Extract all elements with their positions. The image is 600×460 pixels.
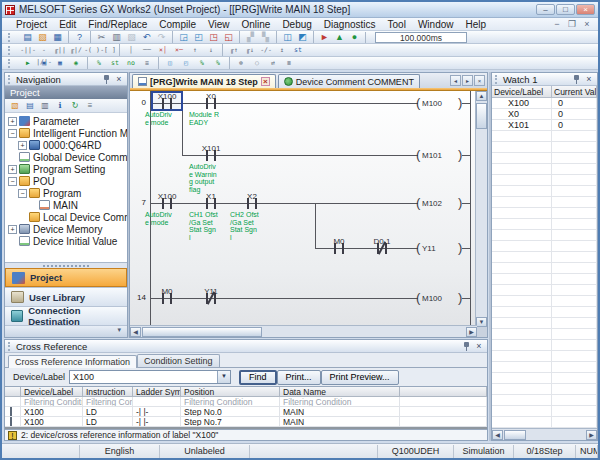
- mdi-close-icon[interactable]: ×: [581, 19, 593, 29]
- undo-icon[interactable]: ↶: [139, 31, 154, 43]
- watch-value-cell[interactable]: [552, 252, 597, 262]
- new-project-icon[interactable]: ▤: [20, 31, 35, 43]
- ladder-coil-m100[interactable]: M100: [422, 294, 442, 303]
- watch-device-cell[interactable]: [492, 406, 552, 416]
- xref-row[interactable]: X100LD-| |-Step No.7MAIN: [5, 417, 487, 427]
- watch-value-cell[interactable]: [552, 406, 597, 416]
- tree-item-intelligent-function-module[interactable]: −Intelligent Function Module: [5, 127, 127, 139]
- watch-row[interactable]: X1000: [492, 98, 597, 109]
- watch-empty-row[interactable]: [492, 373, 597, 384]
- watch-device-cell[interactable]: [492, 340, 552, 350]
- pin-icon[interactable]: [102, 75, 111, 84]
- watch-value-cell[interactable]: [552, 395, 597, 405]
- menu-online[interactable]: Online: [235, 19, 276, 30]
- vertical-scrollbar[interactable]: ▲ ▼: [475, 91, 487, 327]
- menu-help[interactable]: Help: [459, 19, 492, 30]
- watch-device-cell[interactable]: [492, 164, 552, 174]
- watch-empty-row[interactable]: [492, 274, 597, 285]
- falling-pulse-icon[interactable]: ↓: [203, 44, 219, 56]
- watch-empty-row[interactable]: [492, 384, 597, 395]
- xref-cell[interactable]: [133, 397, 181, 406]
- delete-horizontal-line-icon[interactable]: ×─: [171, 44, 187, 56]
- print-button[interactable]: Print...: [277, 370, 321, 385]
- scan-time-display[interactable]: 100.000ms: [375, 32, 467, 43]
- device-list-icon[interactable]: ≣: [281, 57, 297, 69]
- tree-item-parameter[interactable]: +Parameter: [5, 115, 127, 127]
- scroll-up-icon[interactable]: ▲: [476, 91, 487, 101]
- closed-branch-icon[interactable]: ╓|/: [68, 44, 84, 56]
- watch-value-cell[interactable]: [552, 230, 597, 240]
- new-data-icon[interactable]: ▧: [8, 100, 22, 112]
- watch-empty-row[interactable]: [492, 197, 597, 208]
- monitor-mode-icon[interactable]: ◫: [280, 31, 295, 43]
- watch-device-cell[interactable]: [492, 153, 552, 163]
- panel-switcher[interactable]: ▾: [5, 325, 127, 337]
- verify-with-plc-icon[interactable]: ◳: [206, 31, 221, 43]
- watch-value-cell[interactable]: 0: [552, 120, 597, 130]
- xref-cell[interactable]: MAIN: [280, 417, 400, 426]
- watch-empty-row[interactable]: [492, 219, 597, 230]
- xref-cell[interactable]: Instruction: [83, 387, 133, 396]
- watch-empty-row[interactable]: [492, 296, 597, 307]
- ladder-coil-m101[interactable]: M101: [422, 151, 442, 160]
- step-run-icon[interactable]: ●: [347, 31, 362, 43]
- zoom-icon[interactable]: ⊕: [233, 57, 249, 69]
- watch-value-cell[interactable]: [552, 208, 597, 218]
- tree-expander-icon[interactable]: −: [8, 129, 17, 138]
- delete-vertical-line-icon[interactable]: ×│: [155, 44, 171, 56]
- watch-device-cell[interactable]: X101: [492, 120, 552, 130]
- xref-cell[interactable]: Filtering Condit...: [83, 397, 133, 406]
- tab-scroll-left-icon[interactable]: ◂: [450, 75, 461, 86]
- tree-expander-icon[interactable]: +: [18, 141, 27, 150]
- program-check-icon[interactable]: ▶: [20, 57, 36, 69]
- xref-cell[interactable]: X100: [21, 407, 83, 416]
- watch-device-cell[interactable]: [492, 186, 552, 196]
- watch-empty-row[interactable]: [492, 362, 597, 373]
- watch-value-cell[interactable]: [552, 373, 597, 383]
- horizontal-scrollbar[interactable]: ◀ ▶: [130, 325, 477, 337]
- pin-icon[interactable]: [572, 75, 581, 84]
- watch-value-cell[interactable]: [552, 142, 597, 152]
- copy-icon[interactable]: ▥: [109, 31, 124, 43]
- watch-device-cell[interactable]: [492, 417, 552, 427]
- watch-empty-row[interactable]: [492, 164, 597, 175]
- write-to-plc-icon[interactable]: ◲: [176, 31, 191, 43]
- menu-window[interactable]: Window: [412, 19, 460, 30]
- note-display-icon[interactable]: no: [123, 57, 139, 69]
- pulse-conversion-icon[interactable]: ↥: [274, 44, 290, 56]
- tab-prg-write-main-18-step[interactable]: [PRG]Write MAIN 18 Step×: [132, 74, 276, 88]
- mdi-restore-icon[interactable]: ❐: [566, 19, 578, 29]
- watch-empty-row[interactable]: [492, 285, 597, 296]
- watch-empty-row[interactable]: [492, 153, 597, 164]
- find-button[interactable]: Find: [239, 370, 277, 385]
- find-device-icon[interactable]: ◌: [249, 57, 265, 69]
- falling-pulse-branch-icon[interactable]: ╓↓: [242, 44, 258, 56]
- watch-value-cell[interactable]: [552, 296, 597, 306]
- coil-icon[interactable]: -( ): [84, 44, 100, 56]
- tree-expander-icon[interactable]: −: [18, 189, 27, 198]
- mdi-minimize-icon[interactable]: −: [551, 19, 563, 29]
- xref-cell[interactable]: Ladder Symbol: [133, 387, 181, 396]
- close-button[interactable]: ×: [576, 4, 595, 15]
- restore-button[interactable]: □: [556, 4, 575, 15]
- watch-empty-row[interactable]: [492, 186, 597, 197]
- menu-find-replace[interactable]: Find/Replace: [82, 19, 153, 30]
- scroll-right-icon[interactable]: ▶: [586, 430, 597, 440]
- scroll-right-icon[interactable]: ▶: [466, 327, 477, 337]
- xref-cell[interactable]: -| |-: [133, 417, 181, 426]
- online-program-change-icon[interactable]: ◉: [68, 57, 84, 69]
- minimize-button[interactable]: –: [536, 4, 555, 15]
- tab-scroll-right-icon[interactable]: ▸: [462, 75, 473, 86]
- watch-device-cell[interactable]: [492, 384, 552, 394]
- watch-value-cell[interactable]: [552, 285, 597, 295]
- close-icon[interactable]: ×: [114, 75, 124, 84]
- scroll-thumb[interactable]: [142, 327, 262, 337]
- paste-icon[interactable]: ▧: [124, 31, 139, 43]
- xref-cell[interactable]: -| |-: [133, 407, 181, 416]
- tab-close-icon[interactable]: ×: [261, 77, 270, 86]
- rebuild-all-icon[interactable]: ▦: [52, 57, 68, 69]
- watch-value-cell[interactable]: [552, 340, 597, 350]
- save-project-icon[interactable]: ▦: [50, 31, 65, 43]
- tree-expander-icon[interactable]: +: [8, 225, 17, 234]
- watch-value-cell[interactable]: [552, 307, 597, 317]
